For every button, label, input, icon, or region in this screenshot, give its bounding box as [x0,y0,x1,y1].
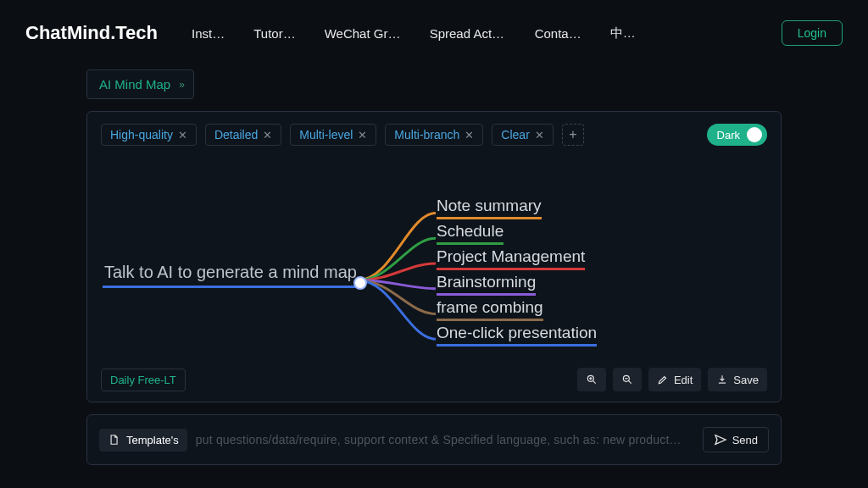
send-button[interactable]: Send [703,427,769,452]
edit-label: Edit [674,374,693,386]
logo[interactable]: ChatMind.Tech [25,22,158,44]
nav-item-instructions[interactable]: Inst… [192,26,225,41]
tag-clear[interactable]: Clear✕ [492,124,553,146]
toggle-knob [747,127,762,142]
chevron-right-icon: » [179,79,181,91]
close-icon[interactable]: ✕ [178,129,187,141]
tag-label: Multi-level [299,128,353,141]
tag-multi-branch[interactable]: Multi-branch✕ [385,124,483,146]
header: ChatMind.Tech Inst… Tutor… WeChat Gro… S… [0,0,868,66]
mindmap-branches-svg [87,154,781,359]
zoom-in-button[interactable] [577,368,606,391]
close-icon[interactable]: ✕ [535,129,544,141]
zoom-out-icon [621,374,633,385]
tab-row: AI Mind Map » [0,69,868,99]
tag-label: Multi-branch [394,128,459,141]
mindmap-canvas[interactable]: Talk to AI to generate a mind map Note s… [87,154,781,359]
edit-button[interactable]: Edit [648,368,701,391]
svg-line-1 [593,380,595,383]
nav-item-tutorial[interactable]: Tutor… [253,26,295,41]
svg-line-5 [628,380,631,383]
template-button[interactable]: Template's [99,429,187,452]
add-tag-button[interactable]: + [562,124,584,146]
plan-pill[interactable]: Daily Free-LT [101,369,186,391]
nav-item-wechat-group[interactable]: WeChat Gro… [325,26,401,41]
tab-label: AI Mind Map [99,77,170,92]
send-label: Send [732,434,758,446]
close-icon[interactable]: ✕ [358,129,367,141]
input-strip: Template's put questions/data/require, s… [86,414,782,465]
tag-label: Clear [501,128,529,141]
nav-item-language[interactable]: 中… [610,25,636,42]
prompt-placeholder[interactable]: put questions/data/require, support cont… [196,433,694,446]
tag-multi-level[interactable]: Multi-level✕ [290,124,376,146]
dark-mode-toggle[interactable]: Dark [707,124,767,146]
pencil-icon [657,374,669,385]
tag-row: High-quality✕ Detailed✕ Multi-level✕ Mul… [101,124,584,146]
document-icon [108,434,120,446]
send-icon [714,433,727,446]
save-label: Save [733,374,759,386]
login-button[interactable]: Login [782,20,843,46]
card-footer: Daily Free-LT Edit Save [101,368,767,391]
tag-label: High-quality [110,128,173,141]
tag-label: Detailed [214,128,258,141]
tab-ai-mind-map[interactable]: AI Mind Map » [86,69,194,99]
toggle-label: Dark [717,129,740,141]
close-icon[interactable]: ✕ [465,129,474,141]
zoom-out-button[interactable] [613,368,642,391]
template-label: Template's [126,434,179,446]
close-icon[interactable]: ✕ [263,129,272,141]
nav: Inst… Tutor… WeChat Gro… Spread Activ… C… [192,25,782,42]
nav-item-spread-activity[interactable]: Spread Activ… [430,26,506,41]
nav-item-contact[interactable]: Conta… [535,26,581,41]
mindmap-center-dot[interactable] [353,276,367,290]
tag-detailed[interactable]: Detailed✕ [205,124,281,146]
mindmap-card: High-quality✕ Detailed✕ Multi-level✕ Mul… [86,111,782,402]
save-button[interactable]: Save [708,368,767,391]
zoom-in-icon [586,374,598,385]
tag-high-quality[interactable]: High-quality✕ [101,124,197,146]
download-icon [716,374,728,385]
